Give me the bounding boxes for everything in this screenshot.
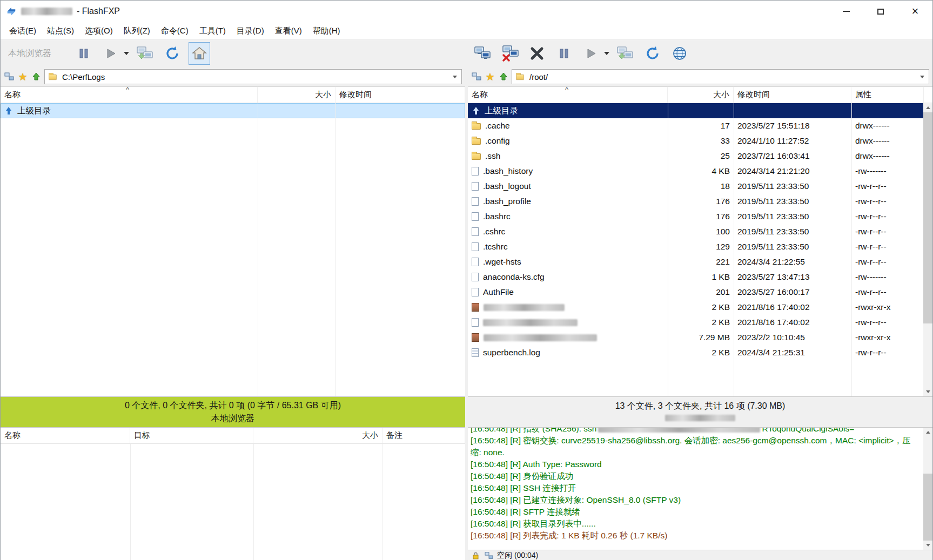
menu-item[interactable]: 站点(S) (42, 22, 79, 39)
file-row[interactable]: .config332024/1/10 11:27:52drwx------ (468, 133, 932, 149)
column-header-mtime[interactable]: 修改时间 (335, 87, 465, 103)
favorites-star-icon[interactable]: ★ (485, 71, 495, 82)
column-header-mtime[interactable]: 修改时间 (734, 87, 851, 103)
network-browse-icon[interactable] (4, 71, 15, 82)
scroll-down-button[interactable] (923, 387, 932, 396)
remote-list-scrollbar[interactable] (923, 103, 932, 396)
up-directory-icon[interactable] (498, 71, 509, 82)
column-header-name[interactable]: 名称 (1, 428, 130, 443)
path-dropdown-button[interactable] (449, 70, 461, 83)
minimize-button[interactable] (829, 1, 863, 22)
menu-bar: 会话(E)站点(S)选项(O)队列(Z)命令(C)工具(T)目录(D)查看(V)… (1, 22, 932, 40)
remote-status-bar: 13 个文件, 3 个文件夹, 共计 16 项 (7.30 MB) (468, 396, 932, 427)
up-directory-icon[interactable] (31, 71, 42, 82)
column-header-target[interactable]: 目标 (130, 428, 253, 443)
scrollbar-thumb[interactable] (923, 112, 932, 323)
file-row[interactable]: AuthFile2012023/5/27 16:00:17-rw-r--r-- (468, 285, 932, 300)
column-header-size[interactable]: 大小 (258, 87, 335, 103)
start-transfer-button[interactable] (100, 42, 122, 65)
column-header-attr[interactable]: 属性 (851, 87, 924, 103)
file-row[interactable]: .wget-hsts2212024/3/4 21:22:55-rw-r--r-- (468, 254, 932, 269)
local-status-bar: 0 个文件, 0 个文件夹, 共计 0 项 (0 字节 / 65.31 GB 可… (1, 396, 465, 427)
menu-item[interactable]: 目录(D) (231, 22, 270, 39)
file-row[interactable]: 7.29 MB2023/2/2 10:10:45-rwxr-xr-x (468, 330, 932, 345)
file-name-cell: superbench.log (468, 345, 668, 360)
file-row[interactable]: .cshrc1002019/5/11 23:33:50-rw-r--r-- (468, 224, 932, 239)
file-row[interactable]: anaconda-ks.cfg1 KB2023/5/27 13:47:13-rw… (468, 269, 932, 285)
maximize-button[interactable] (863, 1, 898, 22)
scroll-down-button[interactable] (923, 541, 932, 550)
file-row[interactable]: superbench.log2 KB2024/3/4 21:25:31-rw-r… (468, 345, 932, 360)
network-browse-icon[interactable] (471, 71, 482, 82)
file-row[interactable]: .ssh252023/7/21 16:03:41drwx------ (468, 149, 932, 164)
remote-file-list: 名称 大小 修改时间 属性 ^ 上级目录.cache172023/5/27 15 (468, 86, 932, 396)
file-row[interactable]: .bashrc1762019/5/11 23:33:50-rw-r--r-- (468, 209, 932, 224)
file-row[interactable]: .bash_profile1762019/5/11 23:33:50-rw-r-… (468, 194, 932, 209)
file-row[interactable]: .cache172023/5/27 15:51:18drwx------ (468, 118, 932, 133)
local-path-combobox[interactable]: C:\PerfLogs (44, 69, 462, 84)
menu-item[interactable]: 查看(V) (270, 22, 307, 39)
column-gridline (851, 103, 852, 396)
path-dropdown-button[interactable] (916, 70, 928, 83)
start-transfer-button[interactable] (580, 42, 602, 65)
disconnect-button[interactable] (499, 42, 521, 65)
file-row[interactable]: 2 KB2021/8/16 17:40:02-rw-r--r-- (468, 315, 932, 330)
menu-item[interactable]: 工具(T) (194, 22, 231, 39)
file-name-label: 上级目录 (485, 105, 518, 117)
menu-item[interactable]: 队列(Z) (118, 22, 156, 39)
log-scrollbar[interactable] (923, 428, 932, 550)
menu-item[interactable]: 会话(E) (4, 22, 42, 39)
file-attr-cell: drwx------ (851, 133, 924, 149)
file-name-cell: .config (468, 133, 668, 149)
column-header-note[interactable]: 备注 (382, 428, 465, 443)
chevron-down-icon (926, 544, 930, 546)
refresh-button[interactable] (162, 42, 183, 65)
file-row[interactable]: 2 KB2021/8/16 17:40:02-rwxr-xr-x (468, 300, 932, 315)
pause-button[interactable] (73, 42, 95, 65)
scroll-up-button[interactable] (923, 103, 932, 112)
file-attr-cell: -rw-r--r-- (851, 209, 924, 224)
favorites-star-icon[interactable]: ★ (17, 71, 28, 82)
file-row[interactable]: 上级目录 (1, 103, 465, 118)
close-button[interactable]: × (898, 1, 932, 22)
file-size-cell (258, 103, 335, 118)
file-mtime-cell: 2024/3/4 21:25:31 (734, 345, 851, 360)
transfer-queue-button[interactable] (615, 42, 636, 65)
file-name-label: .cache (485, 121, 510, 131)
abort-button[interactable] (526, 42, 548, 65)
folder-icon (516, 75, 523, 80)
connect-button[interactable] (472, 42, 494, 65)
pause-button[interactable] (553, 42, 575, 65)
home-icon (191, 46, 207, 61)
scroll-up-button[interactable] (923, 428, 932, 437)
local-status-label: 本地浏览器 (211, 413, 254, 424)
refresh-button[interactable] (642, 42, 663, 65)
transfer-queue-button[interactable] (135, 42, 156, 65)
maximize-icon (877, 9, 884, 15)
menu-item[interactable]: 帮助(H) (307, 22, 346, 39)
home-button[interactable] (189, 42, 210, 65)
menu-item[interactable]: 命令(C) (156, 22, 194, 39)
file-row[interactable]: .bash_history4 KB2024/3/14 21:21:20-rw--… (468, 164, 932, 179)
column-header-size[interactable]: 大小 (668, 87, 734, 103)
menu-item[interactable]: 选项(O) (79, 22, 118, 39)
log-wrap: [16:50:48] [R] 指纹 (SHA256): sshRToqonuQu… (468, 428, 932, 550)
file-mtime-cell (335, 103, 465, 118)
start-dropdown-arrow[interactable] (604, 52, 609, 55)
column-header-size[interactable]: 大小 (253, 428, 382, 443)
file-name-cell: .bash_logout (468, 179, 668, 194)
file-row[interactable]: 上级目录 (468, 103, 932, 118)
file-row[interactable]: .tcshrc1292019/5/11 23:33:50-rw-r--r-- (468, 239, 932, 254)
log-line: [16:50:48] [R] SFTP 连接就绪 (471, 506, 921, 518)
scrollbar-thumb[interactable] (923, 474, 932, 541)
remote-path-combobox[interactable]: /root/ (512, 69, 929, 84)
start-dropdown-arrow[interactable] (124, 52, 129, 55)
file-name-cell: .bash_profile (468, 194, 668, 209)
play-icon (584, 46, 598, 60)
file-name-cell: .cache (468, 118, 668, 133)
file-mtime-cell: 2023/5/27 15:51:18 (734, 118, 851, 133)
file-mtime-cell: 2023/2/2 10:10:45 (734, 330, 851, 345)
file-attr-cell: -rw------- (851, 164, 924, 179)
site-browser-button[interactable] (669, 42, 690, 65)
file-row[interactable]: .bash_logout182019/5/11 23:33:50-rw-r--r… (468, 179, 932, 194)
